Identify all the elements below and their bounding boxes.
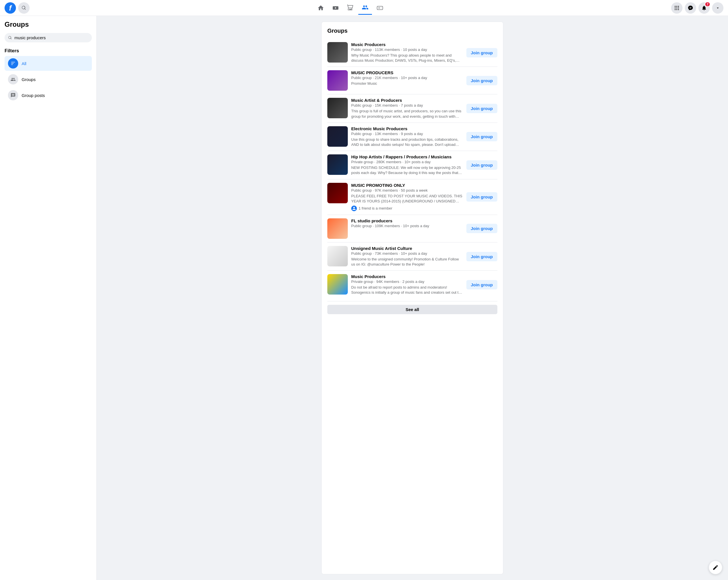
group-meta: Public group · 13K members · 9 posts a d… xyxy=(351,132,463,136)
filter-groups[interactable]: Groups xyxy=(4,72,92,87)
notifications-button[interactable]: 7 xyxy=(698,2,710,14)
group-info: Music ProducersPrivate group · 94K membe… xyxy=(351,274,463,295)
join-group-button[interactable]: Join group xyxy=(466,132,498,141)
filter-group-posts[interactable]: Group posts xyxy=(4,88,92,103)
svg-rect-12 xyxy=(11,64,13,65)
group-thumbnail[interactable] xyxy=(327,42,348,62)
friend-text: 1 friend is a member xyxy=(359,206,392,210)
group-thumbnail[interactable] xyxy=(327,154,348,175)
join-group-button[interactable]: Join group xyxy=(466,160,498,170)
search-icon xyxy=(8,35,12,40)
group-name: Unsigned Music Artist Culture xyxy=(351,246,463,251)
friend-avatar xyxy=(351,206,357,211)
group-name: Music Producers xyxy=(351,274,463,279)
sidebar: Groups Filters All Groups Group posts xyxy=(0,16,97,580)
messenger-button[interactable] xyxy=(685,2,696,14)
nav-right: 7 xyxy=(671,2,724,14)
group-meta: Private group · 94K members · 2 posts a … xyxy=(351,280,463,284)
join-group-button[interactable]: Join group xyxy=(466,224,498,233)
group-meta: Public group · 113K members · 10 posts a… xyxy=(351,48,463,52)
group-item: Hip Hop Artists / Rappers / Producers / … xyxy=(327,151,497,179)
group-meta: Private group · 280K members · 10+ posts… xyxy=(351,160,463,164)
group-name: MUSIC PROMOTING ONLY xyxy=(351,183,463,188)
group-item: Music Artist & ProducersPublic group · 1… xyxy=(327,94,497,122)
group-meta: Public group · 109K members · 10+ posts … xyxy=(351,224,463,228)
join-group-button[interactable]: Join group xyxy=(466,76,498,85)
join-group-button[interactable]: Join group xyxy=(466,252,498,261)
apps-button[interactable] xyxy=(671,2,682,14)
filter-all-label: All xyxy=(22,61,26,66)
group-name: Music Artist & Producers xyxy=(351,98,463,103)
group-item: MUSIC PRODUCERSPublic group · 21K member… xyxy=(327,67,497,94)
group-description: Promoter Music xyxy=(351,81,463,86)
group-thumbnail[interactable] xyxy=(327,126,348,147)
svg-point-5 xyxy=(676,7,677,8)
group-item: Electronic Music ProducersPublic group ·… xyxy=(327,123,497,151)
group-name: MUSIC PRODUCERS xyxy=(351,70,463,75)
svg-point-6 xyxy=(678,7,679,8)
join-group-button[interactable]: Join group xyxy=(466,280,498,289)
group-meta: Public group · 21K members · 10+ posts a… xyxy=(351,76,463,80)
notification-badge: 7 xyxy=(705,2,710,7)
top-navigation: f 7 xyxy=(0,0,728,16)
search-button[interactable] xyxy=(18,2,30,14)
account-button[interactable] xyxy=(712,2,724,14)
group-info: FL studio producersPublic group · 109K m… xyxy=(351,218,463,229)
svg-point-8 xyxy=(676,9,677,10)
group-item: Unsigned Music Artist CulturePublic grou… xyxy=(327,242,497,270)
svg-point-7 xyxy=(675,9,676,10)
group-info: Music ProducersPublic group · 113K membe… xyxy=(351,42,463,63)
groups-list: Music ProducersPublic group · 113K membe… xyxy=(327,39,497,299)
nav-home[interactable] xyxy=(314,1,328,15)
group-thumbnail[interactable] xyxy=(327,70,348,91)
join-group-button[interactable]: Join group xyxy=(466,104,498,113)
group-item: MUSIC PROMOTING ONLYPublic group · 97K m… xyxy=(327,179,497,215)
main-content: Groups Music ProducersPublic group · 113… xyxy=(97,16,728,580)
sidebar-title: Groups xyxy=(4,21,92,28)
group-description: Why Music Producers? This group allows p… xyxy=(351,53,463,63)
group-info: MUSIC PROMOTING ONLYPublic group · 97K m… xyxy=(351,183,463,211)
group-meta: Public group · 73K members · 10+ posts a… xyxy=(351,251,463,256)
filters-label: Filters xyxy=(4,48,92,54)
panel-title: Groups xyxy=(327,28,497,34)
group-info: Hip Hop Artists / Rappers / Producers / … xyxy=(351,154,463,176)
filter-group-posts-label: Group posts xyxy=(22,93,45,98)
compose-button[interactable] xyxy=(709,561,722,574)
group-thumbnail[interactable] xyxy=(327,183,348,203)
group-name: Music Producers xyxy=(351,42,463,47)
group-info: MUSIC PRODUCERSPublic group · 21K member… xyxy=(351,70,463,86)
group-thumbnail[interactable] xyxy=(327,98,348,118)
filter-group-posts-icon xyxy=(8,90,18,100)
nav-video[interactable] xyxy=(329,1,342,15)
nav-groups[interactable] xyxy=(358,1,372,15)
filter-all[interactable]: All xyxy=(4,56,92,71)
nav-marketplace[interactable] xyxy=(343,1,357,15)
see-all-row: See all xyxy=(327,301,497,314)
group-thumbnail[interactable] xyxy=(327,218,348,239)
group-item: Music ProducersPublic group · 113K membe… xyxy=(327,39,497,67)
group-thumbnail[interactable] xyxy=(327,274,348,294)
group-info: Electronic Music ProducersPublic group ·… xyxy=(351,126,463,147)
svg-point-2 xyxy=(676,6,677,6)
filter-groups-icon xyxy=(8,74,18,84)
group-description: Welcome to the unsigned community! Promo… xyxy=(351,257,463,267)
group-thumbnail[interactable] xyxy=(327,246,348,266)
group-description: PLEASE FEEL FREE TO POST YOUR MUSIC AND … xyxy=(351,194,463,204)
group-item: Music ProducersPrivate group · 94K membe… xyxy=(327,270,497,298)
facebook-logo[interactable]: f xyxy=(4,2,16,14)
group-name: Electronic Music Producers xyxy=(351,126,463,131)
search-box[interactable] xyxy=(4,33,92,42)
search-input[interactable] xyxy=(15,35,88,40)
group-name: FL studio producers xyxy=(351,218,463,223)
nav-gaming[interactable] xyxy=(373,1,387,15)
groups-panel: Groups Music ProducersPublic group · 113… xyxy=(321,22,503,574)
join-group-button[interactable]: Join group xyxy=(466,192,498,202)
group-info: Music Artist & ProducersPublic group · 1… xyxy=(351,98,463,119)
nav-center xyxy=(32,1,669,15)
join-group-button[interactable]: Join group xyxy=(466,48,498,57)
svg-point-1 xyxy=(675,6,676,6)
see-all-button[interactable]: See all xyxy=(327,305,497,314)
svg-rect-10 xyxy=(11,62,15,62)
svg-rect-0 xyxy=(377,6,383,10)
svg-rect-11 xyxy=(11,63,14,64)
